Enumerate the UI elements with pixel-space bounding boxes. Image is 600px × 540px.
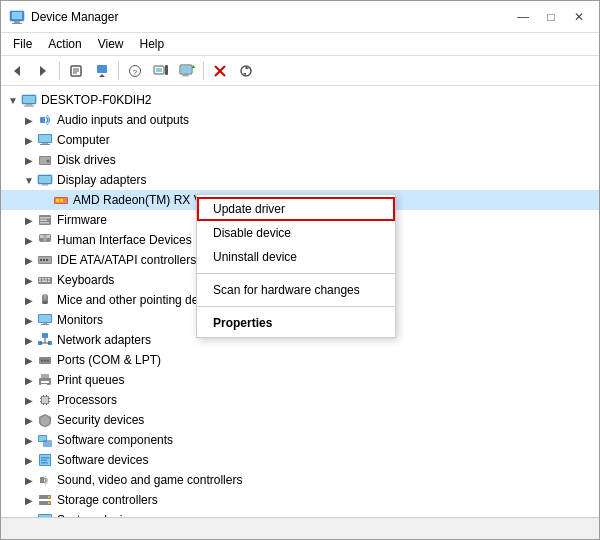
list-item[interactable]: ▶ Processors	[1, 390, 599, 410]
list-item[interactable]: ▶ Storage controllers	[1, 490, 599, 510]
menu-file[interactable]: File	[5, 35, 40, 53]
context-menu-properties[interactable]: Properties	[197, 311, 395, 335]
update-driver-button[interactable]	[90, 60, 114, 82]
list-item[interactable]: ▶ Print queues	[1, 370, 599, 390]
context-menu-scan[interactable]: Scan for hardware changes	[197, 278, 395, 302]
svg-point-110	[48, 502, 50, 504]
list-item[interactable]: ▶ Software devices	[1, 450, 599, 470]
storage-icon	[37, 492, 53, 508]
close-button[interactable]: ✕	[567, 8, 591, 26]
context-menu-update-driver[interactable]: Update driver	[197, 197, 395, 221]
forward-icon	[36, 64, 50, 78]
svg-rect-10	[97, 65, 107, 73]
svg-rect-70	[42, 301, 48, 304]
minimize-button[interactable]: —	[511, 8, 535, 26]
context-menu-disable-device[interactable]: Disable device	[197, 221, 395, 245]
sound-icon	[37, 472, 53, 488]
security-icon	[37, 412, 53, 428]
svg-rect-50	[40, 222, 49, 224]
title-controls: — □ ✕	[511, 8, 591, 26]
item-label: Software devices	[57, 453, 148, 467]
svg-rect-103	[41, 457, 49, 459]
gpu-icon	[53, 192, 69, 208]
list-item[interactable]: ▼ Display adapters	[1, 170, 599, 190]
svg-rect-48	[40, 217, 50, 219]
help-button[interactable]: ?	[123, 60, 147, 82]
tree-root[interactable]: ▼ DESKTOP-F0KDIH2	[1, 90, 599, 110]
list-item[interactable]: ▶ Computer	[1, 130, 599, 150]
item-label: Audio inputs and outputs	[57, 113, 189, 127]
svg-rect-59	[46, 259, 48, 261]
svg-marker-4	[14, 66, 20, 76]
menu-view[interactable]: View	[90, 35, 132, 53]
svg-rect-112	[39, 515, 51, 517]
audio-icon	[37, 112, 53, 128]
menu-help[interactable]: Help	[132, 35, 173, 53]
svg-rect-58	[43, 259, 45, 261]
device-manager-window: Device Manager — □ ✕ File Action View He…	[0, 0, 600, 540]
forward-button[interactable]	[31, 60, 55, 82]
toolbar: ?	[1, 56, 599, 86]
remove-button[interactable]	[208, 60, 232, 82]
properties-button[interactable]	[64, 60, 88, 82]
item-label: Print queues	[57, 373, 124, 387]
svg-point-83	[47, 360, 49, 362]
svg-rect-92	[49, 398, 50, 399]
expand-icon: ▶	[21, 352, 37, 368]
svg-rect-100	[43, 440, 52, 447]
title-bar-left: Device Manager	[9, 9, 118, 25]
refresh-button[interactable]	[234, 60, 258, 82]
item-label: Network adapters	[57, 333, 151, 347]
toolbar-sep-3	[203, 62, 204, 80]
expand-icon: ▶	[21, 332, 37, 348]
list-item[interactable]: ▶ Audio inputs and outputs	[1, 110, 599, 130]
mouse-icon	[37, 292, 53, 308]
expand-icon: ▶	[21, 252, 37, 268]
svg-rect-53	[46, 235, 50, 238]
monitor-add-button[interactable]	[175, 60, 199, 82]
menu-bar: File Action View Help	[1, 33, 599, 56]
svg-rect-57	[40, 259, 42, 261]
scan-button[interactable]	[149, 60, 173, 82]
list-item[interactable]: ▶ Disk drives	[1, 150, 599, 170]
svg-rect-75	[42, 333, 48, 338]
svg-rect-35	[42, 143, 48, 144]
back-icon	[10, 64, 24, 78]
back-button[interactable]	[5, 60, 29, 82]
svg-rect-63	[45, 278, 47, 280]
keyboard-icon	[37, 272, 53, 288]
svg-text:?: ?	[133, 68, 138, 77]
item-label: System devices	[57, 513, 141, 517]
svg-rect-1	[12, 12, 22, 19]
item-label: Software components	[57, 433, 173, 447]
svg-rect-46	[60, 199, 63, 202]
svg-rect-105	[41, 462, 48, 464]
svg-rect-54	[44, 235, 47, 242]
svg-rect-41	[39, 176, 51, 183]
list-item[interactable]: ▶ Software components	[1, 430, 599, 450]
expand-icon: ▶	[21, 472, 37, 488]
svg-rect-90	[40, 398, 41, 399]
context-menu-uninstall-device[interactable]: Uninstall device	[197, 245, 395, 269]
properties-icon	[69, 64, 83, 78]
expand-icon: ▶	[21, 272, 37, 288]
svg-rect-29	[23, 96, 35, 103]
svg-rect-62	[42, 278, 44, 280]
list-item[interactable]: ▶ Ports (COM & LPT)	[1, 350, 599, 370]
svg-rect-36	[40, 144, 50, 145]
expand-icon: ▶	[21, 292, 37, 308]
disk-icon	[37, 152, 53, 168]
svg-rect-20	[182, 75, 189, 76]
list-item[interactable]: ▶ Security devices	[1, 410, 599, 430]
item-label: Disk drives	[57, 153, 116, 167]
maximize-button[interactable]: □	[539, 8, 563, 26]
svg-point-82	[44, 360, 46, 362]
list-item[interactable]: ▶ Sound, video and game controllers	[1, 470, 599, 490]
item-label: Security devices	[57, 413, 144, 427]
svg-rect-61	[39, 278, 41, 280]
ide-icon	[37, 252, 53, 268]
expand-icon: ▶	[21, 492, 37, 508]
svg-rect-49	[40, 220, 47, 222]
menu-action[interactable]: Action	[40, 35, 89, 53]
list-item[interactable]: ▶ System devices	[1, 510, 599, 517]
